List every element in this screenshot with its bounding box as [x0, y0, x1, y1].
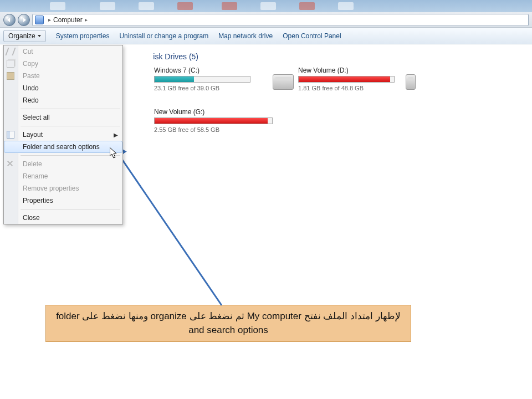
- menu-rename[interactable]: Rename: [4, 170, 122, 182]
- menu-cut[interactable]: Cut: [4, 45, 122, 58]
- menu-separator: [21, 209, 120, 209]
- menu-undo[interactable]: Undo: [4, 82, 122, 94]
- svg-line-0: [118, 154, 222, 305]
- cursor-icon: [110, 147, 117, 158]
- breadcrumb[interactable]: ▸ Computer ▸: [32, 14, 529, 26]
- section-hard-disk-drives: Hard Disk Drives (5): [129, 52, 526, 61]
- computer-icon: [35, 16, 44, 24]
- drive-label: New Volume (D:): [298, 66, 395, 74]
- menu-separator: [21, 126, 120, 126]
- navigation-bar: ▸ Computer ▸: [0, 12, 532, 28]
- explorer-toolbar: Organize System properties Uninstall or …: [0, 28, 532, 44]
- organize-button[interactable]: Organize: [3, 30, 46, 42]
- drive-free-text: 1.81 GB free of 48.8 GB: [298, 85, 395, 91]
- menu-redo[interactable]: Redo: [4, 94, 122, 106]
- drive-label: Windows 7 (C:): [154, 66, 250, 74]
- system-properties-button[interactable]: System properties: [56, 32, 110, 40]
- chevron-right-icon: ▸: [48, 17, 51, 23]
- menu-separator: [21, 155, 120, 156]
- chevron-right-icon: ▸: [85, 17, 88, 23]
- menu-delete[interactable]: Delete: [4, 158, 122, 170]
- map-network-drive-button[interactable]: Map network drive: [218, 32, 273, 40]
- usage-bar: [298, 76, 395, 83]
- back-button[interactable]: [3, 14, 16, 26]
- menu-separator: [21, 109, 120, 109]
- drive-free-text: 23.1 GB free of 39.0 GB: [154, 85, 250, 91]
- drive-c[interactable]: Windows 7 (C:) 23.1 GB free of 39.0 GB: [129, 66, 250, 91]
- menu-properties[interactable]: Properties: [4, 195, 122, 207]
- usage-bar: [154, 76, 250, 83]
- menu-copy[interactable]: Copy: [4, 58, 122, 70]
- menu-remove-properties[interactable]: Remove properties: [4, 182, 122, 195]
- instruction-callout: لإظهار امتداد الملف نفتح My computer ثم …: [45, 305, 411, 342]
- submenu-arrow-icon: ▶: [114, 132, 118, 138]
- menu-layout[interactable]: Layout▶: [4, 129, 122, 141]
- uninstall-program-button[interactable]: Uninstall or change a program: [119, 32, 208, 40]
- layout-icon: [7, 131, 14, 139]
- breadcrumb-item[interactable]: Computer: [53, 16, 83, 24]
- delete-icon: [7, 160, 14, 168]
- window-titlebar: [0, 0, 532, 12]
- callout-text: لإظهار امتداد الملف نفتح My computer ثم …: [56, 311, 401, 335]
- usage-bar: [154, 117, 273, 124]
- drive-d[interactable]: New Volume (D:) 1.81 GB free of 48.8 GB: [273, 66, 395, 91]
- caret-down-icon: [38, 35, 41, 37]
- menu-folder-search-options[interactable]: Folder and search options: [4, 141, 122, 153]
- organize-menu: Cut Copy Paste Undo Redo Select all Layo…: [3, 45, 123, 224]
- drive-extra[interactable]: [406, 66, 416, 91]
- organize-label: Organize: [8, 32, 35, 40]
- open-control-panel-button[interactable]: Open Control Panel: [283, 32, 341, 40]
- drive-label: New Volume (G:): [154, 108, 273, 116]
- menu-select-all[interactable]: Select all: [4, 111, 122, 124]
- paste-icon: [7, 72, 14, 80]
- drive-icon: [273, 74, 294, 90]
- menu-close[interactable]: Close: [4, 212, 122, 224]
- cut-icon: [5, 48, 16, 55]
- drive-free-text: 2.55 GB free of 58.5 GB: [154, 126, 273, 133]
- drive-icon: [406, 74, 416, 90]
- drive-g[interactable]: New Volume (G:) 2.55 GB free of 58.5 GB: [129, 108, 273, 133]
- copy-icon: [7, 60, 14, 68]
- menu-paste[interactable]: Paste: [4, 70, 122, 82]
- forward-button[interactable]: [18, 14, 30, 26]
